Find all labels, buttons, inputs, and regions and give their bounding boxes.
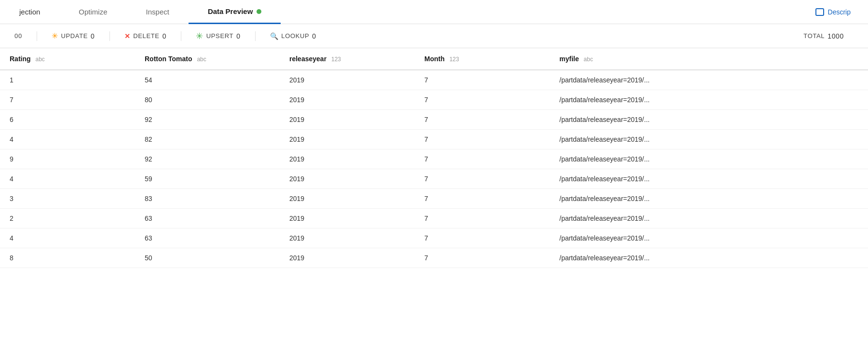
col-label-rotton: Rotton Tomato bbox=[145, 55, 192, 63]
tab-data-preview[interactable]: Data Preview bbox=[189, 0, 281, 24]
upsert-label: UPSERT bbox=[206, 32, 233, 40]
update-count: 0 bbox=[91, 32, 95, 40]
describe-button[interactable]: Descrip bbox=[808, 5, 858, 19]
table-row: 4 63 2019 7 /partdata/releaseyear=2019/.… bbox=[0, 228, 868, 248]
chat-icon bbox=[815, 8, 824, 16]
col-type-month: 123 bbox=[449, 56, 459, 63]
cell-year-1: 2019 bbox=[280, 90, 415, 110]
cell-month-2: 7 bbox=[415, 110, 550, 130]
table-body: 1 54 2019 7 /partdata/releaseyear=2019/.… bbox=[0, 70, 868, 268]
col-header-rating: Rating abc bbox=[0, 48, 135, 70]
table-row: 3 83 2019 7 /partdata/releaseyear=2019/.… bbox=[0, 189, 868, 209]
cell-rating-1: 7 bbox=[0, 90, 135, 110]
cell-rating-5: 4 bbox=[0, 169, 135, 189]
cell-month-9: 7 bbox=[415, 248, 550, 268]
lookup-icon: 🔍 bbox=[270, 32, 279, 40]
col-type-rating: abc bbox=[35, 56, 44, 63]
cell-rotton-1: 80 bbox=[135, 90, 280, 110]
tab-bar: jection Optimize Inspect Data Preview De… bbox=[0, 0, 868, 24]
tab-optimize[interactable]: Optimize bbox=[59, 0, 126, 24]
cell-rating-9: 8 bbox=[0, 248, 135, 268]
col-header-year: releaseyear 123 bbox=[280, 48, 415, 70]
toolbar-count-left: 00 bbox=[10, 32, 37, 40]
cell-myfile-1: /partdata/releaseyear=2019/... bbox=[550, 90, 868, 110]
cell-month-3: 7 bbox=[415, 130, 550, 149]
cell-rating-4: 9 bbox=[0, 149, 135, 169]
cell-month-5: 7 bbox=[415, 169, 550, 189]
cell-myfile-7: /partdata/releaseyear=2019/... bbox=[550, 209, 868, 228]
col-type-year: 123 bbox=[331, 56, 341, 63]
cell-year-0: 2019 bbox=[280, 70, 415, 90]
table-row: 6 92 2019 7 /partdata/releaseyear=2019/.… bbox=[0, 110, 868, 130]
cell-year-5: 2019 bbox=[280, 169, 415, 189]
tab-jection[interactable]: jection bbox=[0, 0, 59, 24]
count-left-value: 00 bbox=[14, 32, 22, 40]
cell-myfile-3: /partdata/releaseyear=2019/... bbox=[550, 130, 868, 149]
table-row: 9 92 2019 7 /partdata/releaseyear=2019/.… bbox=[0, 149, 868, 169]
col-header-month: Month 123 bbox=[415, 48, 550, 70]
col-header-myfile: myfile abc bbox=[550, 48, 868, 70]
cell-rotton-6: 83 bbox=[135, 189, 280, 209]
total-label: TOTAL bbox=[803, 32, 825, 40]
cell-year-3: 2019 bbox=[280, 130, 415, 149]
col-label-rating: Rating bbox=[10, 55, 31, 63]
toolbar-upsert[interactable]: ✳ UPSERT 0 bbox=[181, 31, 255, 41]
cell-myfile-4: /partdata/releaseyear=2019/... bbox=[550, 149, 868, 169]
cell-year-4: 2019 bbox=[280, 149, 415, 169]
cell-rating-8: 4 bbox=[0, 228, 135, 248]
cell-year-7: 2019 bbox=[280, 209, 415, 228]
cell-rotton-4: 92 bbox=[135, 149, 280, 169]
data-table: Rating abc Rotton Tomato abc releaseyear… bbox=[0, 48, 868, 268]
total-count: 1000 bbox=[827, 32, 844, 40]
toolbar-total: TOTAL 1000 bbox=[789, 32, 858, 40]
toolbar-update[interactable]: ✳ UPDATE 0 bbox=[37, 31, 109, 40]
col-label-year: releaseyear bbox=[289, 55, 326, 63]
cell-rotton-2: 92 bbox=[135, 110, 280, 130]
col-type-rotton: abc bbox=[197, 56, 206, 63]
cell-myfile-6: /partdata/releaseyear=2019/... bbox=[550, 189, 868, 209]
table-row: 4 59 2019 7 /partdata/releaseyear=2019/.… bbox=[0, 169, 868, 189]
cell-rotton-3: 82 bbox=[135, 130, 280, 149]
delete-label: DELETE bbox=[133, 32, 159, 40]
toolbar-delete[interactable]: ✕ DELETE 0 bbox=[110, 32, 181, 40]
data-table-container: Rating abc Rotton Tomato abc releaseyear… bbox=[0, 48, 868, 362]
cell-year-2: 2019 bbox=[280, 110, 415, 130]
col-header-rotton: Rotton Tomato abc bbox=[135, 48, 280, 70]
col-type-myfile: abc bbox=[583, 56, 593, 63]
cell-month-1: 7 bbox=[415, 90, 550, 110]
col-label-myfile: myfile bbox=[559, 55, 579, 63]
cell-month-0: 7 bbox=[415, 70, 550, 90]
cell-rotton-9: 50 bbox=[135, 248, 280, 268]
cell-myfile-5: /partdata/releaseyear=2019/... bbox=[550, 169, 868, 189]
cell-rating-3: 4 bbox=[0, 130, 135, 149]
lookup-count: 0 bbox=[312, 32, 316, 40]
table-header-row: Rating abc Rotton Tomato abc releaseyear… bbox=[0, 48, 868, 70]
delete-icon: ✕ bbox=[124, 32, 131, 40]
cell-rating-2: 6 bbox=[0, 110, 135, 130]
cell-myfile-8: /partdata/releaseyear=2019/... bbox=[550, 228, 868, 248]
cell-rating-0: 1 bbox=[0, 70, 135, 90]
cell-rating-7: 2 bbox=[0, 209, 135, 228]
table-row: 2 63 2019 7 /partdata/releaseyear=2019/.… bbox=[0, 209, 868, 228]
cell-month-7: 7 bbox=[415, 209, 550, 228]
lookup-label: LOOKUP bbox=[281, 32, 309, 40]
upsert-icon: ✳ bbox=[196, 31, 203, 41]
table-row: 7 80 2019 7 /partdata/releaseyear=2019/.… bbox=[0, 90, 868, 110]
cell-myfile-2: /partdata/releaseyear=2019/... bbox=[550, 110, 868, 130]
table-row: 8 50 2019 7 /partdata/releaseyear=2019/.… bbox=[0, 248, 868, 268]
tab-inspect[interactable]: Inspect bbox=[127, 0, 189, 24]
delete-count: 0 bbox=[163, 32, 166, 40]
tab-inspect-label: Inspect bbox=[146, 8, 169, 16]
cell-rotton-0: 54 bbox=[135, 70, 280, 90]
cell-month-4: 7 bbox=[415, 149, 550, 169]
toolbar-lookup[interactable]: 🔍 LOOKUP 0 bbox=[256, 32, 331, 40]
cell-rotton-7: 63 bbox=[135, 209, 280, 228]
tab-jection-label: jection bbox=[19, 8, 40, 16]
describe-label: Descrip bbox=[828, 8, 851, 16]
update-icon: ✳ bbox=[52, 31, 58, 40]
cell-myfile-0: /partdata/releaseyear=2019/... bbox=[550, 70, 868, 90]
cell-year-8: 2019 bbox=[280, 228, 415, 248]
cell-month-6: 7 bbox=[415, 189, 550, 209]
cell-myfile-9: /partdata/releaseyear=2019/... bbox=[550, 248, 868, 268]
tab-data-preview-label: Data Preview bbox=[208, 7, 253, 15]
